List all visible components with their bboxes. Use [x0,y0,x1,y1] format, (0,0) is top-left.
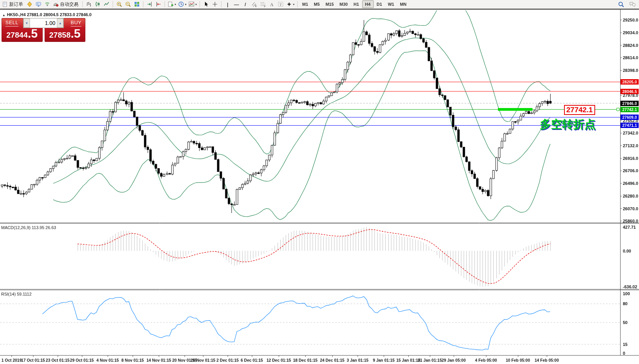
horizontal-line-icon: — [234,2,239,7]
signals-button[interactable] [43,0,52,8]
one-click-trade-panel: SELL 27844.5 BUY 27858.5 ▼ ▲ [2,18,85,42]
indicators-button[interactable]: ▾ [188,0,198,8]
dropdown-caret-icon: ▾ [195,3,197,6]
metaeditor-button[interactable] [25,0,34,8]
svg-text:F: F [264,5,266,8]
timeframe-m5-button[interactable]: M5 [311,0,322,8]
fibonacci-tool[interactable]: F [259,0,267,8]
cursor-icon [203,1,209,7]
signals-icon [44,1,50,7]
volume-input[interactable] [30,18,57,28]
toolbar-separator [82,1,83,7]
toolbar-separator [221,1,221,7]
price-level-callout[interactable]: 27742.1 [564,105,595,115]
new-chart-button[interactable]: ▾ [167,0,177,8]
auto-scroll-icon [146,1,153,7]
timeframe-group: M1M5M15M30H1H4D1W1MN [300,0,409,8]
toolbar: 新订单 自动交易 ▾ ▾ ▾ | — / E F A T ▾ M1M5M15M3… [0,0,639,9]
sell-label: SELL [5,20,18,27]
timeframe-h1-button[interactable]: H1 [351,0,361,8]
metaeditor-icon [27,1,33,7]
buy-label: BUY [71,20,82,27]
text-tool[interactable]: A [268,0,276,8]
toolbar-right-group [617,0,637,8]
toolbar-separator [165,1,165,7]
timeframe-mn-button[interactable]: MN [397,0,409,8]
collapse-triangle-icon: ▲ [2,13,5,17]
channel-tool[interactable]: E [250,0,258,8]
timeframe-d1-button[interactable]: D1 [374,0,385,8]
arrows-icon [286,1,292,7]
bar-chart-button[interactable] [85,0,93,8]
zoom-out-button[interactable] [124,0,132,8]
cursor-button[interactable] [202,0,210,8]
crosshair-button[interactable] [211,0,219,8]
volume-decrease-button[interactable]: ▼ [23,18,30,28]
periods-button[interactable]: ▾ [177,0,187,8]
toolbar-separator [200,1,200,7]
dropdown-caret-icon: ▾ [175,3,176,6]
text-label-tool[interactable]: T [276,0,285,8]
arrows-tool[interactable]: ▾ [285,0,295,8]
new-order-icon [2,2,8,7]
new-order-button[interactable]: 新订单 [2,0,25,8]
svg-text:A: A [270,2,274,7]
timeframe-m1-button[interactable]: M1 [300,0,311,8]
zoom-in-icon [116,1,122,7]
candlestick-chart-button[interactable] [93,0,102,8]
svg-text:T: T [280,3,282,7]
turning-point-annotation[interactable]: 多空转折点 [540,117,596,132]
new-order-label: 新订单 [8,1,24,8]
crosshair-icon [212,1,218,7]
toolbar-separator [143,1,143,7]
auto-trading-label: 自动交易 [59,1,80,8]
vertical-line-tool[interactable]: | [223,0,232,8]
horizontal-line-tool[interactable]: — [232,0,241,8]
timeframe-m30-button[interactable]: M30 [337,0,350,8]
buy-price: 27858.5 [45,27,85,41]
terminal-icon [35,1,42,7]
zoom-out-icon [125,1,131,7]
auto-scroll-button[interactable] [145,0,154,8]
dropdown-caret-icon: ▾ [185,3,186,6]
text-icon: A [269,1,275,7]
volume-increase-button[interactable]: ▲ [57,18,63,28]
line-chart-button[interactable] [102,0,111,8]
chart-canvas[interactable] [0,10,639,364]
line-chart-icon [103,1,110,7]
search-icon [618,1,624,8]
indicators-icon [188,1,195,7]
text-label-icon: T [278,1,284,7]
new-chart-icon [168,1,174,7]
candlestick-chart-icon [95,1,101,7]
clock-icon [178,1,184,7]
timeframe-w1-button[interactable]: W1 [385,0,397,8]
auto-trading-icon [53,1,59,7]
trendline-tool[interactable]: / [241,0,250,8]
chat-icon [629,1,636,7]
tile-windows-icon [134,1,140,7]
channel-icon: E [251,1,257,7]
chat-button[interactable] [628,0,637,8]
bar-chart-icon [86,1,92,7]
timeframe-m15-button[interactable]: M15 [323,0,336,8]
fibonacci-icon: F [260,1,266,7]
volume-stepper: ▼ ▲ [23,18,64,28]
chart-ohlc-title: ▲HK50-,H4 27881.0 28004.5 27833.0 27846.… [2,12,92,17]
timeframe-h4-button[interactable]: H4 [362,0,374,8]
chart-window: ▲HK50-,H4 27881.0 28004.5 27833.0 27846.… [0,9,639,364]
vertical-line-icon: | [227,2,228,7]
toolbar-separator [297,1,298,7]
zoom-in-button[interactable] [115,0,123,8]
trendline-icon: / [245,2,246,7]
chart-shift-icon [155,1,161,7]
sell-price: 27844.5 [2,27,42,41]
search-button[interactable] [617,0,625,8]
svg-text:E: E [255,5,257,7]
terminal-button[interactable] [34,0,43,8]
dropdown-caret-icon: ▾ [293,3,295,6]
auto-trading-button[interactable]: 自动交易 [52,0,80,8]
chart-shift-button[interactable] [154,0,163,8]
toolbar-separator [113,1,113,7]
tile-windows-button[interactable] [133,0,141,8]
